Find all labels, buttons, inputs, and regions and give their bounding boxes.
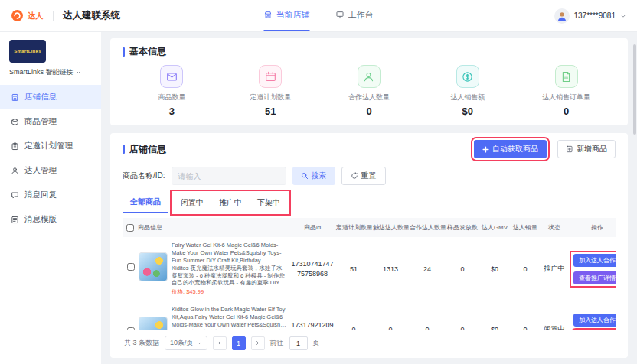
- plan-count: 0: [335, 301, 372, 330]
- auto-fetch-products-button[interactable]: 自动获取商品: [474, 140, 547, 158]
- brand: 达人 达人建联系统: [11, 9, 120, 22]
- product-search-input[interactable]: [172, 167, 286, 185]
- calendar-icon: [259, 65, 282, 88]
- stat-invite-plan-count: 定邀计划数量 51: [221, 65, 320, 117]
- page-size-value: 10条/页: [170, 338, 194, 348]
- pagination: 共 3 条数据 10条/页 1: [122, 330, 616, 352]
- chevron-left-icon: [217, 340, 222, 346]
- brand-short-name: 达人: [28, 11, 44, 21]
- user-menu[interactable]: 137****9081: [554, 8, 627, 24]
- box-icon: [11, 118, 19, 126]
- brand-logo-icon: [11, 9, 24, 22]
- shop-info-title: 店铺信息: [122, 143, 166, 156]
- sales-value: 0: [510, 301, 541, 330]
- select-all-checkbox[interactable]: [126, 224, 134, 232]
- current-page-button[interactable]: 1: [232, 336, 246, 350]
- filter-label: 商品名称/ID:: [122, 171, 165, 181]
- sidebar-item-product-management[interactable]: 商品管理: [0, 109, 101, 134]
- workspace-name: SmartLinks 智能链接: [9, 67, 74, 77]
- storefront-icon: [264, 11, 273, 19]
- template-icon: [11, 216, 19, 224]
- status-tabs-annotation-box: 闲置中 推广中 下架中: [173, 193, 288, 213]
- gmv-value: $0: [479, 301, 510, 330]
- product-id: 1731074174775758968: [289, 237, 335, 301]
- chevron-down-icon: [76, 70, 81, 75]
- button-label: 重置: [361, 171, 377, 181]
- column-header: 样品发放数: [446, 218, 479, 237]
- stat-value: $0: [462, 106, 473, 117]
- prev-page-button[interactable]: [213, 336, 227, 350]
- product-price: 价格: $45.99: [172, 288, 288, 296]
- sidebar-item-influencer-management[interactable]: 达人管理: [0, 158, 101, 183]
- product-title-cn: Kiditos 夜光魔法水精灵玩具套装，水娃子水凝胶套装 - 6 种魔法凝胶和 …: [172, 265, 288, 288]
- column-header: 商品信息: [138, 223, 162, 232]
- tab-all-products[interactable]: 全部商品: [122, 192, 168, 213]
- header-actions: 自动获取商品 新增商品: [474, 140, 616, 158]
- column-header: 定邀计划数量: [335, 218, 372, 237]
- column-header: 达人销量: [510, 218, 541, 237]
- sidebar-item-label: 消息模版: [24, 214, 57, 225]
- title-bar: [122, 145, 125, 154]
- product-title-en: Kiditos Glow in the Dark Magic Water Elf…: [172, 306, 288, 329]
- button-label: 自动获取商品: [492, 144, 538, 154]
- total-count: 共 3 条数据: [124, 338, 159, 348]
- stat-influencer-order-count: 达人销售订单量 0: [517, 65, 616, 117]
- product-status-tabs: 全部商品 闲置中 推广中 下架中: [122, 192, 616, 213]
- join-cooperation-button[interactable]: 加入达人合作: [573, 254, 616, 267]
- stat-value: 3: [169, 106, 175, 117]
- sidebar-item-message-template[interactable]: 消息模版: [0, 207, 101, 232]
- chevron-right-icon: [255, 340, 260, 346]
- sidebar: SmartLinks SmartLinks 智能链接 店铺信息: [0, 32, 101, 364]
- next-page-button[interactable]: [251, 336, 265, 350]
- nav-current-shop[interactable]: 当前店铺: [264, 0, 310, 31]
- page-size-select[interactable]: 10条/页: [165, 336, 207, 350]
- product-title-en: Fairy Water Gel Kit-6 Magic Gel&6 Molds-…: [172, 242, 288, 265]
- workspace-logo: SmartLinks: [9, 40, 46, 63]
- nav-label: 工作台: [348, 9, 374, 21]
- sidebar-item-message-reply[interactable]: 消息回复: [0, 183, 101, 207]
- stat-product-count: 商品数量 3: [122, 65, 221, 117]
- person-icon: [358, 65, 381, 88]
- page-unit-label: 页: [313, 338, 320, 348]
- sidebar-item-invite-plan-management[interactable]: 定邀计划管理: [0, 134, 101, 158]
- filter-row: 商品名称/ID: 搜索 重置: [122, 167, 616, 185]
- scrollbar-thumb[interactable]: [633, 44, 636, 135]
- file-plus-icon: [566, 145, 573, 153]
- stat-label: 达人销售订单量: [542, 93, 590, 102]
- sidebar-item-label: 商品管理: [24, 116, 57, 127]
- workspace-switcher[interactable]: SmartLinks 智能链接: [0, 67, 101, 85]
- sample-count: 0: [446, 301, 479, 330]
- user-phone: 137****9081: [574, 11, 616, 20]
- nav-workbench[interactable]: 工作台: [336, 0, 374, 31]
- search-button[interactable]: 搜索: [292, 167, 335, 185]
- tab-idle[interactable]: 闲置中: [173, 193, 211, 213]
- tab-promoting[interactable]: 推广中: [211, 193, 250, 213]
- sample-count: 0: [446, 237, 479, 301]
- app-window: 达人 达人建联系统 当前店铺 工作台 137****9081: [0, 0, 637, 364]
- topbar: 达人 达人建联系统 当前店铺 工作台 137****9081: [0, 0, 637, 32]
- tab-label: 全部商品: [130, 197, 161, 206]
- user-icon: [11, 167, 19, 175]
- sidebar-item-label: 定邀计划管理: [24, 141, 73, 151]
- reset-icon: [351, 172, 358, 180]
- tab-delisted[interactable]: 下架中: [250, 193, 288, 213]
- sidebar-item-label: 消息回复: [24, 190, 57, 200]
- column-header: 合作达人数量: [409, 218, 446, 237]
- plus-icon: [482, 146, 489, 153]
- view-promotion-detail-button[interactable]: 查看推广详情: [573, 271, 616, 284]
- tab-label: 闲置中: [181, 198, 204, 206]
- sales-value: 0: [510, 237, 541, 301]
- add-product-button[interactable]: 新增商品: [557, 140, 616, 158]
- column-header: 达人GMV: [479, 218, 510, 237]
- section-title-text: 基本信息: [129, 45, 166, 58]
- avatar: [554, 8, 570, 24]
- stat-label: 合作达人数量: [348, 93, 390, 102]
- row-checkbox[interactable]: [127, 263, 135, 271]
- basic-info-title: 基本信息: [122, 45, 616, 58]
- shop-icon: [11, 93, 19, 102]
- goto-page-input[interactable]: [289, 336, 308, 350]
- join-cooperation-button[interactable]: 加入达人合作: [573, 314, 616, 327]
- table-header-row: 商品信息 商品id 定邀计划数量 触达达人数量 合作达人数量 样品发放数 达人G…: [122, 218, 616, 237]
- reset-button[interactable]: 重置: [341, 167, 386, 185]
- sidebar-item-shop-info[interactable]: 店铺信息: [0, 85, 101, 109]
